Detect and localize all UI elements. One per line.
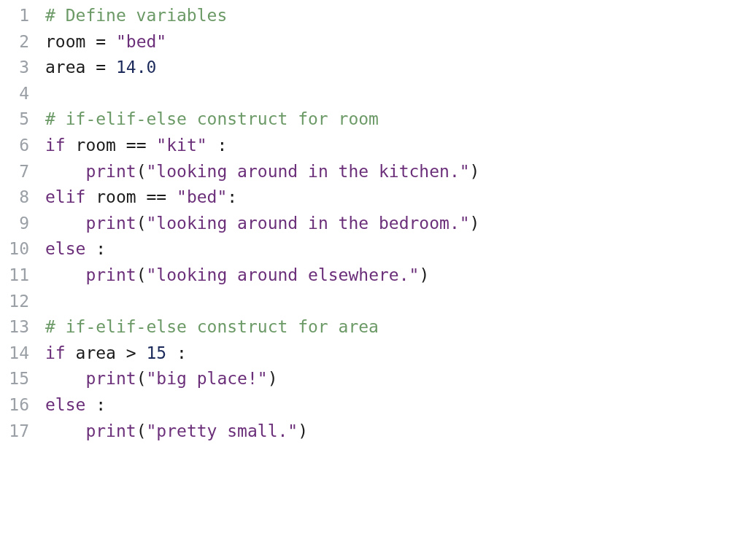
code-line[interactable]: 4 bbox=[0, 81, 737, 107]
token-builtin: print bbox=[85, 265, 136, 284]
code-content[interactable]: # Define variables bbox=[32, 3, 227, 29]
code-content[interactable]: # if-elif-else construct for room bbox=[32, 106, 379, 133]
line-number: 13 bbox=[0, 314, 32, 341]
token-paren: ) bbox=[470, 214, 480, 233]
code-line[interactable]: 14if area > 15 : bbox=[0, 341, 737, 367]
token-colon: : bbox=[166, 343, 187, 362]
token-ident: room bbox=[66, 136, 126, 155]
token-op: == bbox=[146, 187, 177, 206]
token-paren: ( bbox=[136, 162, 147, 181]
line-number: 1 bbox=[0, 3, 32, 29]
token-comment: # if-elif-else construct for room bbox=[45, 109, 379, 128]
line-number: 7 bbox=[0, 159, 32, 185]
token-string: "big place!" bbox=[147, 369, 268, 388]
line-number: 16 bbox=[0, 392, 32, 419]
code-line[interactable]: 17 print("pretty small.") bbox=[0, 419, 737, 445]
code-content[interactable]: else : bbox=[32, 392, 106, 419]
token-number: 15 bbox=[147, 343, 167, 362]
token-op: = bbox=[85, 58, 116, 77]
token-builtin: print bbox=[85, 369, 136, 388]
code-content[interactable]: print("looking around elsewhere.") bbox=[32, 262, 429, 289]
token-number: 14.0 bbox=[116, 58, 156, 77]
token-paren: ) bbox=[268, 369, 278, 388]
code-line[interactable]: 8elif room == "bed": bbox=[0, 184, 737, 211]
token-builtin: print bbox=[85, 421, 136, 440]
token-keyword: if bbox=[45, 343, 66, 362]
line-number: 10 bbox=[0, 236, 32, 262]
line-number: 6 bbox=[0, 133, 32, 159]
token-string: "looking around elsewhere." bbox=[147, 265, 420, 284]
token-paren: ( bbox=[136, 421, 147, 440]
token-keyword: elif bbox=[45, 187, 85, 206]
token-ident bbox=[45, 421, 85, 440]
code-editor[interactable]: 1# Define variables2room = "bed"3area = … bbox=[0, 3, 737, 444]
line-number: 15 bbox=[0, 366, 32, 392]
code-line[interactable]: 2room = "bed" bbox=[0, 29, 737, 55]
code-content[interactable]: else : bbox=[32, 236, 106, 262]
line-number: 8 bbox=[0, 184, 32, 211]
token-colon: : bbox=[85, 395, 106, 414]
line-number: 4 bbox=[0, 81, 32, 107]
code-content[interactable]: elif room == "bed": bbox=[32, 184, 237, 211]
token-keyword: if bbox=[45, 136, 66, 155]
code-content[interactable]: print("looking around in the bedroom.") bbox=[32, 211, 479, 237]
line-number: 5 bbox=[0, 106, 32, 133]
line-number: 2 bbox=[0, 29, 32, 55]
code-content[interactable]: if area > 15 : bbox=[32, 341, 187, 367]
token-paren: ( bbox=[136, 369, 147, 388]
token-comment: # Define variables bbox=[45, 6, 227, 25]
code-line[interactable]: 1# Define variables bbox=[0, 3, 737, 29]
token-comment: # if-elif-else construct for area bbox=[45, 317, 379, 336]
token-keyword: else bbox=[45, 395, 85, 414]
code-content[interactable]: area = 14.0 bbox=[32, 55, 156, 81]
code-line[interactable]: 15 print("big place!") bbox=[0, 366, 737, 392]
token-string: "bed" bbox=[177, 187, 227, 206]
code-content[interactable]: print("big place!") bbox=[32, 366, 278, 392]
code-content[interactable]: print("looking around in the kitchen.") bbox=[32, 159, 479, 185]
token-ident bbox=[45, 369, 85, 388]
token-builtin: print bbox=[85, 214, 136, 233]
token-ident: area bbox=[45, 58, 85, 77]
code-line[interactable]: 3area = 14.0 bbox=[0, 55, 737, 81]
line-number: 17 bbox=[0, 419, 32, 445]
code-line[interactable]: 9 print("looking around in the bedroom."… bbox=[0, 211, 737, 237]
token-ident: room bbox=[85, 187, 146, 206]
token-colon: : bbox=[227, 187, 237, 206]
token-ident bbox=[45, 214, 85, 233]
token-ident bbox=[45, 162, 85, 181]
code-line[interactable]: 12 bbox=[0, 289, 737, 315]
code-line[interactable]: 10else : bbox=[0, 236, 737, 262]
code-line[interactable]: 16else : bbox=[0, 392, 737, 419]
code-content[interactable]: # if-elif-else construct for area bbox=[32, 314, 379, 341]
token-string: "bed" bbox=[116, 32, 166, 51]
token-string: "kit" bbox=[156, 136, 207, 155]
token-keyword: else bbox=[45, 239, 85, 258]
code-line[interactable]: 11 print("looking around elsewhere.") bbox=[0, 262, 737, 289]
line-number: 14 bbox=[0, 341, 32, 367]
token-string: "looking around in the bedroom." bbox=[147, 214, 470, 233]
token-paren: ( bbox=[136, 265, 147, 284]
line-number: 12 bbox=[0, 289, 32, 315]
line-number: 3 bbox=[0, 55, 32, 81]
token-string: "pretty small." bbox=[147, 421, 298, 440]
code-content[interactable]: if room == "kit" : bbox=[32, 133, 227, 159]
token-colon: : bbox=[207, 136, 228, 155]
line-number: 11 bbox=[0, 262, 32, 289]
token-builtin: print bbox=[85, 162, 136, 181]
token-op: > bbox=[126, 343, 147, 362]
token-paren: ( bbox=[136, 214, 147, 233]
token-ident: room bbox=[45, 32, 85, 51]
token-colon: : bbox=[85, 239, 106, 258]
token-string: "looking around in the kitchen." bbox=[147, 162, 470, 181]
code-line[interactable]: 13# if-elif-else construct for area bbox=[0, 314, 737, 341]
code-content[interactable]: room = "bed" bbox=[32, 29, 166, 55]
token-op: = bbox=[85, 32, 116, 51]
token-ident: area bbox=[66, 343, 126, 362]
token-op: == bbox=[126, 136, 157, 155]
token-paren: ) bbox=[470, 162, 480, 181]
code-line[interactable]: 6if room == "kit" : bbox=[0, 133, 737, 159]
token-ident bbox=[45, 265, 85, 284]
code-line[interactable]: 7 print("looking around in the kitchen."… bbox=[0, 159, 737, 185]
code-line[interactable]: 5# if-elif-else construct for room bbox=[0, 106, 737, 133]
code-content[interactable]: print("pretty small.") bbox=[32, 419, 308, 445]
